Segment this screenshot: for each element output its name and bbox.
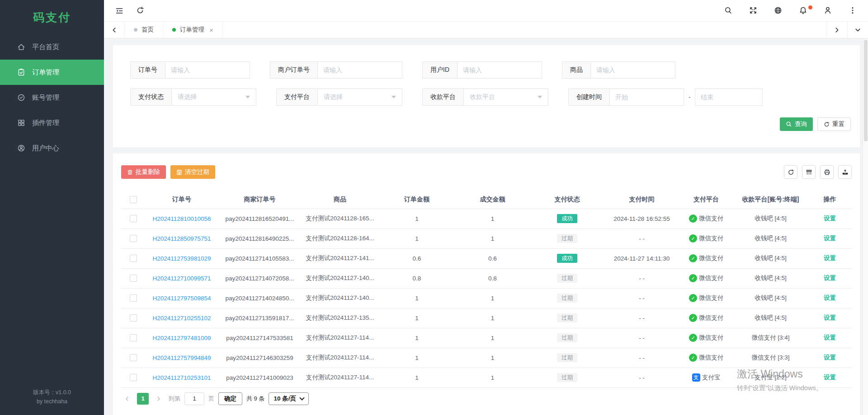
- row-checkbox[interactable]: [130, 314, 137, 322]
- wechat-pay-icon: ✓: [689, 274, 697, 282]
- settings-link[interactable]: 设置: [824, 294, 836, 301]
- order-link[interactable]: H2024112810010056: [153, 215, 211, 222]
- order-link[interactable]: H2024112757994849: [153, 354, 211, 361]
- order-link[interactable]: H2024112710255102: [153, 315, 211, 322]
- row-checkbox[interactable]: [130, 235, 137, 242]
- row-checkbox[interactable]: [130, 275, 137, 282]
- column-filter-button[interactable]: [802, 165, 816, 179]
- filter-field: 支付状态 请选择: [130, 89, 256, 106]
- page-number-input[interactable]: [184, 392, 204, 405]
- sidebar-item-account[interactable]: 账号管理: [0, 85, 104, 110]
- sidebar-item-home[interactable]: 平台首页: [0, 34, 104, 60]
- search-icon[interactable]: [724, 6, 733, 15]
- cell-order-no: H2024112710099571: [146, 268, 218, 288]
- order-link[interactable]: H2024112753981029: [153, 255, 211, 262]
- filter-input[interactable]: [457, 61, 542, 79]
- filter-select[interactable]: 请选择: [171, 89, 256, 106]
- menu-fold-icon[interactable]: [115, 6, 123, 15]
- more-options-icon[interactable]: [849, 6, 857, 15]
- cell-checkbox: [121, 328, 146, 348]
- filter-input[interactable]: [590, 61, 675, 79]
- caret-down-icon: [392, 96, 396, 98]
- cell-platform: 支支付宝: [679, 368, 733, 387]
- tabs-scroll-right-icon[interactable]: [826, 22, 847, 38]
- row-checkbox[interactable]: [130, 294, 137, 302]
- page-size-select[interactable]: 10 条/页: [269, 392, 309, 405]
- tab[interactable]: 订单管理: [163, 22, 223, 38]
- cell-platform: ✓微信支付: [679, 209, 733, 228]
- tabs-menu-chevron-icon[interactable]: [847, 22, 868, 38]
- cell-platform: ✓微信支付: [679, 288, 733, 308]
- page-confirm-button[interactable]: 确定: [218, 392, 242, 405]
- batch-delete-button[interactable]: 批量删除: [121, 165, 166, 179]
- date-end-input[interactable]: [695, 89, 763, 106]
- table-row: H2024112710099571 pay2024112714072058...…: [121, 268, 852, 288]
- settings-link[interactable]: 设置: [824, 314, 836, 321]
- order-link[interactable]: H2024112710099571: [153, 275, 211, 282]
- clear-expired-button[interactable]: 清空过期: [170, 165, 215, 179]
- settings-link[interactable]: 设置: [824, 255, 836, 261]
- order-link[interactable]: H2024112850975751: [153, 235, 211, 242]
- user-profile-icon[interactable]: [824, 6, 832, 15]
- reset-button[interactable]: 重置: [817, 117, 851, 131]
- current-page-button[interactable]: 1: [137, 393, 149, 405]
- next-page-icon[interactable]: [153, 393, 165, 405]
- settings-link[interactable]: 设置: [824, 374, 836, 381]
- cell-merchant-no: pay2024112713591817...: [218, 308, 302, 328]
- order-link[interactable]: H2024112710253101: [153, 374, 211, 381]
- prev-page-icon[interactable]: [121, 393, 133, 405]
- fullscreen-icon[interactable]: [749, 6, 758, 15]
- cell-product: 支付测试20241128-164...: [302, 228, 378, 248]
- order-link[interactable]: H2024112797509854: [153, 295, 211, 302]
- filter-select[interactable]: 请选择: [317, 89, 402, 106]
- row-checkbox[interactable]: [130, 354, 137, 361]
- cell-order-no: H2024112753981029: [146, 248, 218, 268]
- row-checkbox[interactable]: [130, 255, 137, 262]
- settings-link[interactable]: 设置: [824, 354, 836, 361]
- select-all-checkbox[interactable]: [130, 196, 137, 203]
- search-icon: [786, 121, 792, 127]
- cell-status: 过期: [530, 228, 604, 248]
- cell-order-amount: 0.8: [378, 268, 455, 288]
- sidebar-item-user[interactable]: 用户中心: [0, 135, 104, 161]
- row-checkbox[interactable]: [130, 215, 137, 222]
- order-link[interactable]: H2024112797481009: [153, 335, 211, 341]
- search-button[interactable]: 查询: [780, 117, 813, 131]
- tab-close-icon[interactable]: [209, 27, 213, 33]
- export-button[interactable]: [838, 165, 852, 179]
- settings-link[interactable]: 设置: [824, 215, 836, 222]
- row-checkbox[interactable]: [130, 374, 137, 381]
- tab[interactable]: 首页: [125, 22, 163, 38]
- settings-link[interactable]: 设置: [824, 235, 836, 242]
- status-badge: 过期: [557, 333, 577, 343]
- tabs-scroll-left-icon[interactable]: [104, 22, 125, 38]
- filter-select[interactable]: 收款平台: [463, 89, 548, 106]
- wechat-pay-icon: ✓: [689, 254, 697, 262]
- settings-link[interactable]: 设置: [824, 275, 836, 281]
- vertical-scrollbar[interactable]: [863, 39, 868, 415]
- row-checkbox[interactable]: [130, 334, 137, 341]
- platform-name: 微信支付: [699, 314, 723, 322]
- wechat-pay-icon: ✓: [689, 334, 697, 342]
- table-row: H2024112710255102 pay2024112713591817...…: [121, 308, 852, 328]
- filter-input[interactable]: [317, 61, 402, 79]
- filter-input[interactable]: [165, 61, 250, 79]
- settings-link[interactable]: 设置: [824, 334, 836, 341]
- language-globe-icon[interactable]: [774, 6, 783, 15]
- goto-label: 到第: [169, 395, 180, 403]
- notifications-bell-icon[interactable]: [799, 6, 807, 15]
- cell-product: 支付测试20241127-140...: [302, 268, 378, 288]
- reset-button-label: 重置: [832, 120, 844, 128]
- cell-pay-time: - -: [604, 308, 679, 328]
- sidebar-item-plugin[interactable]: 插件管理: [0, 110, 104, 135]
- table-refresh-button[interactable]: [784, 165, 797, 179]
- platform-name: 微信支付: [699, 274, 723, 282]
- refresh-page-icon[interactable]: [136, 6, 145, 15]
- filter-field: 用户ID: [422, 61, 542, 79]
- print-button[interactable]: [820, 165, 834, 179]
- sidebar-item-order[interactable]: 订单管理: [0, 60, 104, 85]
- column-header: 支付状态: [530, 191, 604, 209]
- scrollbar-thumb[interactable]: [864, 40, 868, 141]
- date-start-input[interactable]: [609, 89, 684, 106]
- column-header: 商品: [302, 191, 378, 209]
